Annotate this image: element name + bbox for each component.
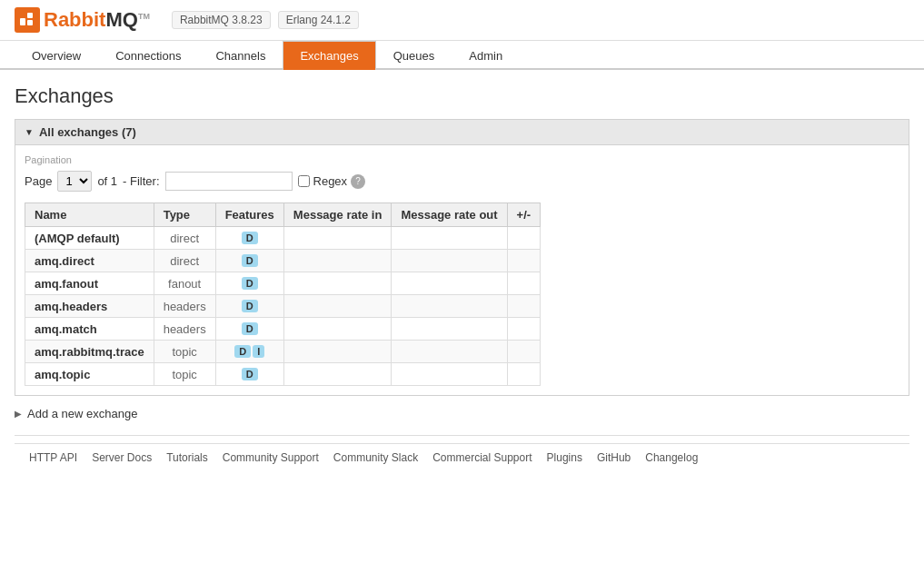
footer-link-http-api[interactable]: HTTP API xyxy=(29,451,77,464)
cell-rate-out xyxy=(392,250,507,272)
page-of: of 1 xyxy=(97,174,117,188)
nav-connections[interactable]: Connections xyxy=(98,41,198,70)
cell-plus-minus xyxy=(507,363,541,386)
cell-type: topic xyxy=(154,341,215,363)
logo: RabbitMQTM xyxy=(15,7,150,33)
col-name: Name xyxy=(25,203,154,227)
footer-divider xyxy=(15,435,909,436)
table-row[interactable]: (AMQP default)directD xyxy=(25,227,541,250)
cell-name[interactable]: amq.fanout xyxy=(25,272,154,295)
cell-type: topic xyxy=(154,363,215,386)
cell-rate-out xyxy=(392,341,507,363)
table-row[interactable]: amq.directdirectD xyxy=(25,250,541,272)
cell-rate-in xyxy=(283,341,392,363)
cell-type: headers xyxy=(154,295,215,318)
regex-checkbox[interactable] xyxy=(298,175,310,187)
cell-name[interactable]: amq.rabbitmq.trace xyxy=(25,341,154,363)
logo-tm: TM xyxy=(138,12,150,21)
svg-rect-1 xyxy=(27,13,33,18)
cell-features: D xyxy=(215,363,283,386)
cell-rate-in xyxy=(283,227,392,250)
cell-rate-out xyxy=(392,295,507,318)
page-select[interactable]: 1 xyxy=(57,171,92,192)
cell-features: D xyxy=(215,272,283,295)
cell-rate-in xyxy=(283,295,392,318)
nav-queues[interactable]: Queues xyxy=(376,41,452,70)
cell-features: D xyxy=(215,295,283,318)
all-exchanges-section-header[interactable]: ▼ All exchanges (7) xyxy=(15,119,909,145)
cell-rate-out xyxy=(392,318,507,341)
nav-overview[interactable]: Overview xyxy=(15,41,98,70)
pagination-label: Pagination xyxy=(25,154,899,165)
footer-link-changelog[interactable]: Changelog xyxy=(645,451,698,464)
cell-plus-minus xyxy=(507,341,541,363)
cell-features: DI xyxy=(215,341,283,363)
footer: HTTP APIServer DocsTutorialsCommunity Su… xyxy=(15,443,909,471)
cell-type: direct xyxy=(154,250,215,272)
col-plus-minus[interactable]: +/- xyxy=(507,203,541,227)
nav: Overview Connections Channels Exchanges … xyxy=(0,41,924,70)
erlang-version: Erlang 24.1.2 xyxy=(278,11,359,29)
table-row[interactable]: amq.fanoutfanoutD xyxy=(25,272,541,295)
table-row[interactable]: amq.headersheadersD xyxy=(25,295,541,318)
cell-name[interactable]: (AMQP default) xyxy=(25,227,154,250)
page-title: Exchanges xyxy=(15,84,909,108)
svg-rect-2 xyxy=(27,20,33,25)
cell-rate-out xyxy=(392,227,507,250)
table-row[interactable]: amq.rabbitmq.tracetopicDI xyxy=(25,341,541,363)
col-rate-out: Message rate out xyxy=(392,203,507,227)
footer-link-tutorials[interactable]: Tutorials xyxy=(166,451,208,464)
footer-link-plugins[interactable]: Plugins xyxy=(547,451,582,464)
regex-text: Regex xyxy=(313,174,348,188)
cell-type: direct xyxy=(154,227,215,250)
regex-label: Regex ? xyxy=(298,174,366,189)
logo-icon xyxy=(15,7,40,33)
version-info: RabbitMQ 3.8.23 Erlang 24.1.2 xyxy=(172,11,359,29)
cell-rate-in xyxy=(283,250,392,272)
pagination-row: Page 1 of 1 - Filter: Regex ? xyxy=(25,171,899,192)
cell-features: D xyxy=(215,318,283,341)
nav-channels[interactable]: Channels xyxy=(198,41,283,70)
footer-link-commercial-support[interactable]: Commercial Support xyxy=(432,451,532,464)
nav-exchanges[interactable]: Exchanges xyxy=(283,41,375,70)
filter-label: - Filter: xyxy=(123,174,159,188)
col-rate-in: Message rate in xyxy=(283,203,392,227)
cell-rate-in xyxy=(283,272,392,295)
col-type: Type xyxy=(154,203,215,227)
add-exchange-section[interactable]: ▶ Add a new exchange xyxy=(15,407,909,420)
section-label: All exchanges (7) xyxy=(39,125,136,139)
section-arrow: ▼ xyxy=(25,127,34,137)
footer-link-community-slack[interactable]: Community Slack xyxy=(333,451,418,464)
page-label: Page xyxy=(25,174,52,188)
main-content: Exchanges ▼ All exchanges (7) Pagination… xyxy=(0,70,924,486)
nav-admin[interactable]: Admin xyxy=(452,41,520,70)
cell-rate-out xyxy=(392,363,507,386)
footer-link-community-support[interactable]: Community Support xyxy=(223,451,319,464)
exchanges-table: Name Type Features Message rate in Messa… xyxy=(25,203,541,386)
col-features: Features xyxy=(215,203,283,227)
cell-name[interactable]: amq.direct xyxy=(25,250,154,272)
cell-rate-in xyxy=(283,363,392,386)
cell-rate-out xyxy=(392,272,507,295)
footer-link-server-docs[interactable]: Server Docs xyxy=(92,451,152,464)
cell-name[interactable]: amq.match xyxy=(25,318,154,341)
cell-plus-minus xyxy=(507,250,541,272)
add-arrow-icon: ▶ xyxy=(15,409,22,419)
cell-plus-minus xyxy=(507,272,541,295)
cell-name[interactable]: amq.headers xyxy=(25,295,154,318)
add-exchange-label: Add a new exchange xyxy=(27,407,137,420)
cell-rate-in xyxy=(283,318,392,341)
logo-text: RabbitMQTM xyxy=(44,8,150,32)
cell-name[interactable]: amq.topic xyxy=(25,363,154,386)
header: RabbitMQTM RabbitMQ 3.8.23 Erlang 24.1.2 xyxy=(0,0,924,41)
cell-type: headers xyxy=(154,318,215,341)
logo-mq: MQ xyxy=(105,8,137,31)
footer-link-github[interactable]: GitHub xyxy=(597,451,631,464)
filter-input[interactable] xyxy=(165,172,293,191)
table-row[interactable]: amq.topictopicD xyxy=(25,363,541,386)
cell-features: D xyxy=(215,227,283,250)
cell-type: fanout xyxy=(154,272,215,295)
table-row[interactable]: amq.matchheadersD xyxy=(25,318,541,341)
cell-plus-minus xyxy=(507,227,541,250)
regex-help[interactable]: ? xyxy=(351,174,365,189)
